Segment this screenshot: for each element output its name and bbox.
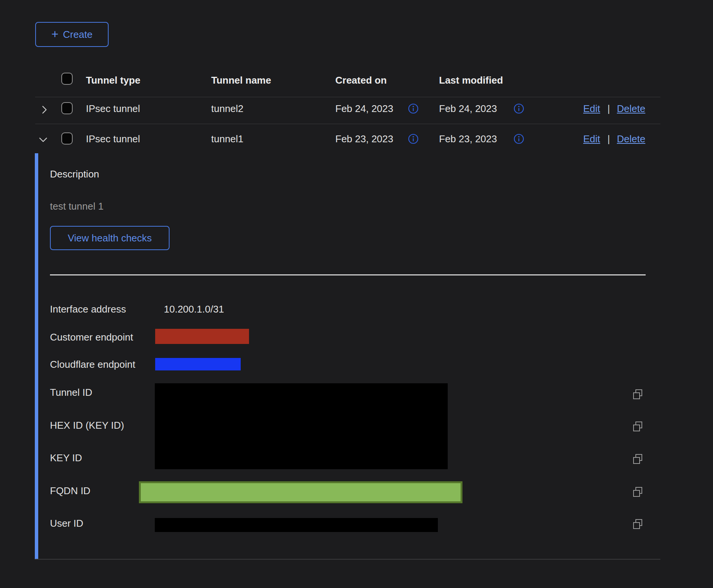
chevron-down-icon[interactable] [38,135,48,145]
header-divider [35,97,660,97]
description-label: Description [50,168,99,180]
tunnel-type-cell: IPsec tunnel [86,133,140,145]
edit-link[interactable]: Edit [583,103,600,114]
copy-icon[interactable] [632,486,644,498]
select-all-checkbox[interactable] [61,73,73,85]
view-health-checks-label: View health checks [68,232,152,244]
action-separator: | [607,133,610,145]
key-id-label: KEY ID [50,452,82,464]
cloudflare-endpoint-redaction [155,358,241,370]
page: + Create Tunnel type Tunnel name Created… [0,0,713,588]
last-modified-cell: Feb 23, 2023 [439,133,497,145]
created-on-cell: Feb 24, 2023 [335,103,393,114]
description-value: test tunnel 1 [50,201,104,212]
delete-link[interactable]: Delete [617,103,645,114]
info-icon[interactable] [408,103,419,114]
column-header-tunnel-name: Tunnel name [211,75,271,86]
column-header-created-on: Created on [335,75,387,86]
info-icon[interactable] [513,103,525,114]
edit-link[interactable]: Edit [583,133,600,145]
copy-icon[interactable] [632,388,644,400]
last-modified-cell: Feb 24, 2023 [439,103,497,114]
column-header-tunnel-type: Tunnel type [86,75,140,86]
section-divider [50,274,646,275]
row-checkbox[interactable] [61,132,73,145]
user-id-redaction [155,518,438,532]
info-icon[interactable] [513,133,525,145]
delete-link[interactable]: Delete [617,133,645,145]
tunnel-id-label: Tunnel ID [50,387,92,398]
customer-endpoint-label: Customer endpoint [50,331,133,343]
create-button[interactable]: + Create [35,22,109,47]
interface-address-label: Interface address [50,303,126,315]
info-icon[interactable] [408,133,419,145]
create-button-label: Create [63,29,92,40]
chevron-right-icon[interactable] [39,104,50,115]
row-checkbox[interactable] [61,102,73,114]
ids-redaction [155,383,448,469]
fqdn-id-redaction [139,481,462,503]
created-on-cell: Feb 23, 2023 [335,133,393,145]
copy-icon[interactable] [632,453,644,465]
tunnel-type-cell: IPsec tunnel [86,103,140,114]
action-separator: | [607,103,610,114]
view-health-checks-button[interactable]: View health checks [50,226,170,250]
fqdn-id-label: FQDN ID [50,485,90,496]
copy-icon[interactable] [632,518,644,530]
tunnel-name-cell: tunnel2 [211,103,243,114]
copy-icon[interactable] [632,420,644,432]
user-id-label: User ID [50,518,83,529]
hex-id-label: HEX ID (KEY ID) [50,420,124,431]
tunnel-name-cell: tunnel1 [211,133,243,145]
cloudflare-endpoint-label: Cloudflare endpoint [50,359,135,370]
expanded-row-bottom-divider [35,559,660,560]
customer-endpoint-redaction [155,329,249,344]
plus-icon: + [51,29,59,39]
column-header-last-modified: Last modified [439,75,503,86]
interface-address-value: 10.200.1.0/31 [164,303,224,315]
expanded-row-accent-bar [35,153,38,559]
row-divider [35,124,660,124]
